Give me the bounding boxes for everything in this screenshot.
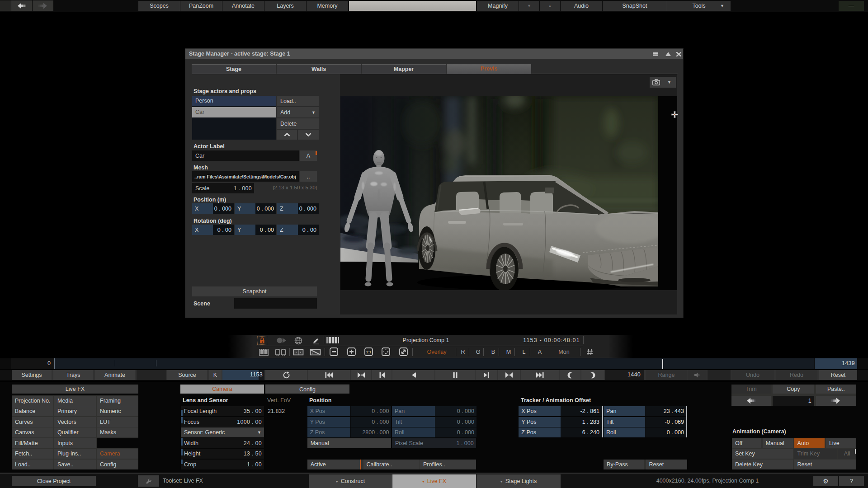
svg-text:1: 1 xyxy=(261,340,263,343)
svg-text:1:1: 1:1 xyxy=(366,350,372,354)
